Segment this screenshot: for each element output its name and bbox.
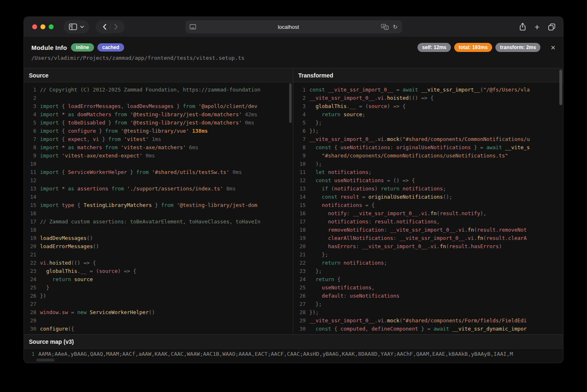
line-number: 22 xyxy=(293,259,309,267)
sidebar-toggle-button[interactable] xyxy=(64,20,89,33)
line-number: 21 xyxy=(293,251,309,259)
line-number: 11 xyxy=(24,168,40,176)
source-panel-title: Source xyxy=(24,68,293,82)
code-line: 23 globalThis.__ = (source) => { xyxy=(24,267,293,275)
line-number: 17 xyxy=(293,218,309,226)
line-number: 18 xyxy=(293,226,309,234)
code-line: 11 let notifications; xyxy=(293,168,563,176)
line-number: 18 xyxy=(24,226,40,234)
line-number: 30 xyxy=(24,325,40,333)
new-tab-button[interactable]: + xyxy=(535,23,540,31)
forward-button[interactable] xyxy=(114,23,118,30)
line-number: 6 xyxy=(24,127,40,135)
page-scrollbar-thumb[interactable] xyxy=(559,70,562,105)
line-number: 23 xyxy=(24,267,40,275)
code-line: 9 "#shared/components/CommonNotification… xyxy=(293,152,563,160)
code-line: 24 return { xyxy=(293,275,563,284)
sourcemap-title: Source map (v3) xyxy=(24,335,563,349)
cached-badge: cached xyxy=(97,43,124,52)
url-text: localhost xyxy=(196,24,381,30)
line-number: 14 xyxy=(24,193,40,201)
line-number: 27 xyxy=(293,300,309,308)
line-number: 11 xyxy=(293,168,309,176)
code-line: 20 hasErrors: __vite_ssr_import_0__.vi.f… xyxy=(293,242,563,251)
browser-toolbar: localhost Aa ↻ + xyxy=(24,17,563,37)
inline-badge: inline xyxy=(71,43,94,52)
line-number: 6 xyxy=(293,127,309,135)
line-number: 29 xyxy=(293,317,309,325)
code-line: 24 return source xyxy=(24,275,293,284)
nav-separator xyxy=(110,23,111,30)
line-number: 23 xyxy=(293,267,309,275)
minimize-window-button[interactable] xyxy=(40,24,45,29)
code-line: 5import { toBeDisabled } from '@testing-… xyxy=(24,119,293,127)
line-number: 20 xyxy=(293,242,309,251)
transform-time-badge: transform: 2ms xyxy=(495,43,540,52)
source-panel: Source 1// Copyright (C) 2012-2025 Zamma… xyxy=(24,68,293,334)
line-number: 26 xyxy=(293,292,309,300)
module-info-header: Module Info inline cached self: 12ms tot… xyxy=(24,37,563,68)
close-window-button[interactable] xyxy=(32,24,37,29)
source-scrollbar-thumb[interactable] xyxy=(289,83,292,123)
line-number: 5 xyxy=(293,119,309,127)
share-button[interactable] xyxy=(519,23,526,31)
source-code-area[interactable]: 1// Copyright (C) 2012-2025 Zammad Found… xyxy=(24,82,293,334)
address-bar[interactable]: localhost Aa ↻ xyxy=(185,20,402,33)
code-line: 16 notify: __vite_ssr_import_0__.vi.fn(r… xyxy=(293,209,563,218)
transformed-panel: Transformed 1const __vite_ssr_import_0__… xyxy=(293,68,563,334)
translate-icon[interactable]: Aa xyxy=(381,24,389,30)
code-line: 20loadErrorMessages() xyxy=(24,242,293,251)
page-icon[interactable] xyxy=(189,24,196,30)
code-line: 11import { ServiceWorkerHelper } from '#… xyxy=(24,168,293,176)
reload-button[interactable]: ↻ xyxy=(393,23,398,30)
code-line: 27 }; xyxy=(293,300,563,308)
line-number: 28 xyxy=(24,308,40,317)
line-number: 10 xyxy=(293,160,309,168)
page-title: Module Info xyxy=(31,44,67,51)
browser-window: localhost Aa ↻ + Module Info inline cach… xyxy=(24,16,563,363)
code-line: 10 xyxy=(24,160,293,168)
line-number: 16 xyxy=(24,209,40,218)
code-line: 15import type { TestingLibraryMatchers }… xyxy=(24,201,293,209)
line-number: 24 xyxy=(24,275,40,284)
line-number: 25 xyxy=(293,284,309,292)
close-icon[interactable]: ✕ xyxy=(550,45,556,51)
line-number: 15 xyxy=(293,201,309,209)
module-path: /Users/vladimir/Projects/zammad/app/fron… xyxy=(31,55,556,61)
transformed-code-area[interactable]: 1const __vite_ssr_import_0__ = await __v… xyxy=(293,82,563,334)
line-number: 28 xyxy=(293,308,309,317)
line-number: 1 xyxy=(24,350,38,359)
svg-text:a: a xyxy=(385,26,387,29)
horizontal-scrollbar-thumb[interactable] xyxy=(36,359,54,361)
code-line: 8import * as matchers from 'vitest-axe/m… xyxy=(24,143,293,152)
code-line: 12 const useNotifications = () => { xyxy=(293,176,563,185)
line-number: 19 xyxy=(24,234,40,242)
code-line: 10 ); xyxy=(293,160,563,168)
line-number: 19 xyxy=(293,234,309,242)
code-line: 22vi.hoisted(() => { xyxy=(24,259,293,267)
code-line: 1const __vite_ssr_import_0__ = await __v… xyxy=(293,86,563,94)
line-number: 8 xyxy=(293,143,309,152)
code-line: 18 removeNotification: __vite_ssr_import… xyxy=(293,226,563,234)
code-line: 17 notifications: result.notifications, xyxy=(293,218,563,226)
code-line: 15 notifications = { xyxy=(293,201,563,209)
back-button[interactable] xyxy=(103,23,107,30)
code-line: 29__vite_ssr_import_0__.vi.mock("#shared… xyxy=(293,317,563,325)
code-line: 26}) xyxy=(24,292,293,300)
code-line: 5 }; xyxy=(293,119,563,127)
line-number: 8 xyxy=(24,143,40,152)
total-time-badge: total: 193ms xyxy=(454,43,492,52)
tabs-overview-button[interactable] xyxy=(548,23,556,31)
zoom-window-button[interactable] xyxy=(49,24,54,29)
line-number: 27 xyxy=(24,300,40,308)
code-line: 27 xyxy=(24,300,293,308)
traffic-lights xyxy=(32,24,54,29)
code-line: 6}); xyxy=(293,127,563,135)
line-number: 29 xyxy=(24,317,40,325)
line-number: 25 xyxy=(24,284,40,292)
line-number: 24 xyxy=(293,275,309,284)
code-line: 28}); xyxy=(293,308,563,317)
line-number: 9 xyxy=(293,152,309,160)
line-number: 21 xyxy=(24,251,40,259)
line-number: 14 xyxy=(293,193,309,201)
